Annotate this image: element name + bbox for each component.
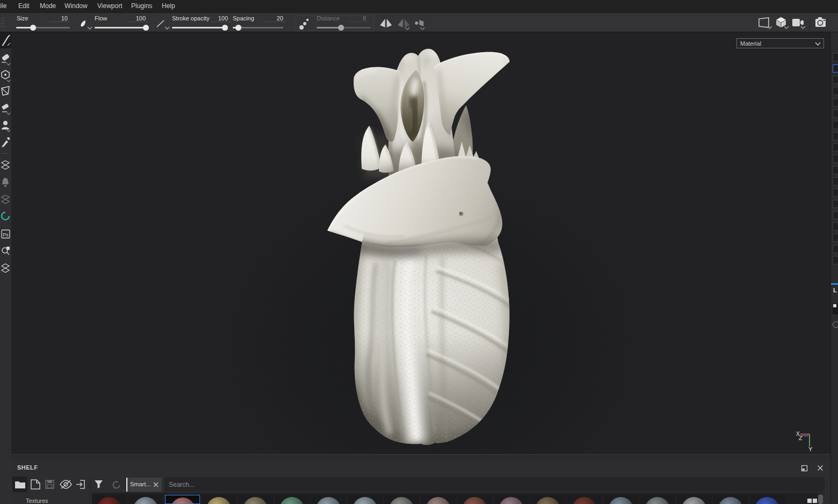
svg-text:Y: Y [808,446,813,452]
svg-text:Ps: Ps [3,232,9,237]
svg-text:Z: Z [799,435,803,441]
